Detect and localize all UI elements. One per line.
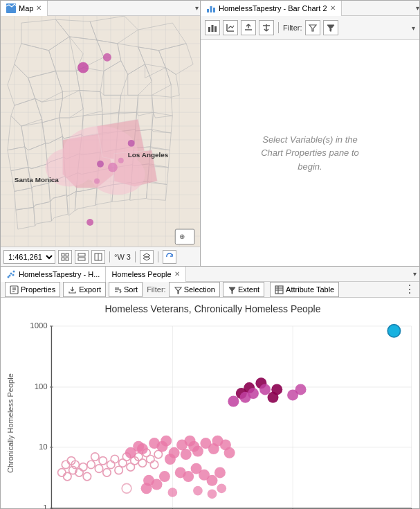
svg-point-146 <box>161 436 172 447</box>
chart-tab-bar: HomelessTapestry - Bar Chart 2 ✕ ▾ <box>201 1 419 16</box>
svg-point-39 <box>86 219 93 226</box>
svg-rect-60 <box>208 27 210 32</box>
svg-point-169 <box>214 467 226 478</box>
map-tab-close[interactable]: ✕ <box>36 4 42 12</box>
svg-point-176 <box>228 396 239 407</box>
svg-rect-62 <box>214 26 217 32</box>
extent-label: Extent <box>238 285 259 294</box>
filter-btn-1[interactable] <box>305 20 320 35</box>
more-options[interactable]: ⋮ <box>404 284 415 295</box>
svg-point-157 <box>133 441 144 452</box>
svg-point-136 <box>138 459 146 467</box>
svg-point-33 <box>103 53 111 62</box>
svg-rect-51 <box>78 253 85 256</box>
y-axis-label: Chronically Homeless People <box>6 317 16 509</box>
svg-text:100: 100 <box>35 382 48 391</box>
svg-point-128 <box>107 461 114 468</box>
svg-point-127 <box>103 469 111 476</box>
map-tab[interactable]: Map ✕ <box>1 1 48 16</box>
svg-point-165 <box>183 471 194 482</box>
svg-point-125 <box>95 465 102 472</box>
svg-point-185 <box>122 483 131 493</box>
map-toolbar: 1:461,261 °W 3 <box>1 247 200 266</box>
scatter-panel-dropdown[interactable]: ▾ <box>413 270 419 278</box>
chart-panel: HomelessTapestry - Bar Chart 2 ✕ ▾ Filte… <box>201 0 420 267</box>
chart-btn-2[interactable] <box>223 20 238 35</box>
svg-point-42 <box>90 154 145 195</box>
svg-rect-48 <box>66 253 69 256</box>
chart-hint-text: Select Variable(s) in theChart Propertie… <box>261 133 359 174</box>
extent-icon <box>228 285 237 294</box>
svg-point-122 <box>83 472 91 480</box>
svg-text:Los Angeles: Los Angeles <box>128 151 169 159</box>
svg-rect-57 <box>207 9 209 12</box>
grid-small-icon[interactable] <box>58 250 72 264</box>
chart-panel-dropdown[interactable]: ▾ <box>416 4 419 12</box>
svg-rect-59 <box>213 8 215 12</box>
svg-marker-56 <box>143 256 150 260</box>
selection-icon <box>174 285 183 294</box>
svg-point-116 <box>58 469 66 476</box>
filter-btn-2[interactable] <box>323 20 338 35</box>
scatter-tab-2[interactable]: Homeless People ✕ <box>106 267 185 282</box>
chart-btn-1[interactable] <box>205 20 220 35</box>
chart-body: Select Variable(s) in theChart Propertie… <box>201 40 419 266</box>
properties-button[interactable]: Properties <box>5 282 60 297</box>
svg-point-181 <box>167 488 177 497</box>
toolbar-separator-3 <box>158 251 158 262</box>
svg-marker-55 <box>143 253 150 258</box>
svg-rect-47 <box>62 253 64 256</box>
svg-point-158 <box>165 454 176 465</box>
svg-point-163 <box>159 471 170 482</box>
svg-rect-61 <box>212 25 214 32</box>
attribute-table-button[interactable]: Attribute Table <box>270 282 339 297</box>
chart-right-dropdown[interactable]: ▾ <box>412 24 415 32</box>
svg-point-79 <box>12 274 15 276</box>
svg-rect-50 <box>66 258 69 260</box>
extent-button[interactable]: Extent <box>223 282 264 297</box>
scatter-svg: 1000 100 10 1 1 10 <box>16 317 419 509</box>
scatter-tab-close[interactable]: ✕ <box>174 270 180 278</box>
svg-text:10: 10 <box>39 443 48 451</box>
svg-rect-52 <box>78 258 85 260</box>
svg-rect-58 <box>210 6 212 12</box>
chart-tab-close[interactable]: ✕ <box>330 4 336 12</box>
layer-icon[interactable] <box>140 250 154 264</box>
scatter-tab-bar: HomelessTapestry - H... Homeless People … <box>1 267 419 282</box>
scale-select[interactable]: 1:461,261 <box>3 250 55 264</box>
export-button[interactable]: Export <box>63 282 106 297</box>
sort-button[interactable]: Sort <box>109 282 143 297</box>
svg-text:⊕: ⊕ <box>179 233 185 240</box>
svg-point-168 <box>206 475 217 486</box>
export-icon <box>68 285 77 294</box>
svg-text:Santa Monica: Santa Monica <box>15 176 59 184</box>
tile-icon[interactable] <box>91 250 105 264</box>
svg-point-32 <box>77 62 89 73</box>
chart-btn-3[interactable] <box>241 20 256 35</box>
svg-point-117 <box>62 461 69 468</box>
map-panel-dropdown[interactable]: ▾ <box>195 4 199 12</box>
scatter-tab-1[interactable]: HomelessTapestry - H... <box>1 267 106 282</box>
refresh-icon[interactable] <box>163 250 176 264</box>
svg-text:1: 1 <box>43 503 47 509</box>
svg-point-155 <box>224 447 235 458</box>
svg-point-121 <box>79 463 86 471</box>
svg-text:1000: 1000 <box>30 321 47 330</box>
selection-button[interactable]: Selection <box>169 282 220 297</box>
chart-tab[interactable]: HomelessTapestry - Bar Chart 2 ✕ <box>201 1 342 16</box>
chart-btn-4[interactable] <box>259 20 274 35</box>
svg-point-159 <box>181 449 192 460</box>
map-canvas[interactable]: Los Angeles Santa Monica ⊕ <box>1 16 200 247</box>
chart-toolbar-sep <box>278 22 279 33</box>
svg-point-123 <box>87 461 95 468</box>
scatter-title: Homeless Veterans, Chronically Homeless … <box>6 303 419 314</box>
svg-point-78 <box>9 274 11 276</box>
sort-label: Sort <box>124 285 138 294</box>
svg-point-129 <box>111 455 118 463</box>
grid-large-icon[interactable] <box>75 250 89 264</box>
svg-rect-49 <box>62 258 64 260</box>
selection-label: Selection <box>184 285 215 294</box>
toolbar-separator-2 <box>135 251 136 262</box>
scatter-icon <box>6 269 16 279</box>
svg-point-187 <box>295 384 307 395</box>
